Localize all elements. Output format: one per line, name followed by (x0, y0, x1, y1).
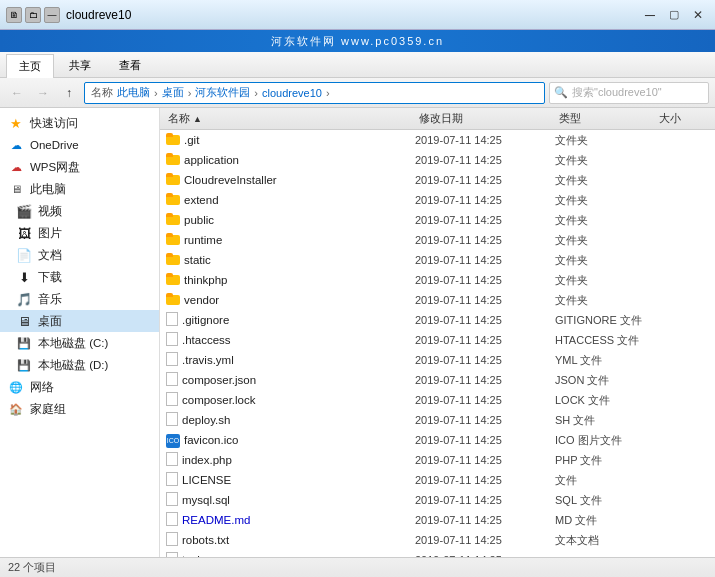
file-name: vendor (184, 294, 219, 306)
sidebar-item-documents[interactable]: 📄 文档 (0, 244, 159, 266)
file-date: 2019-07-11 14:25 (415, 394, 555, 406)
toolbar: ← → ↑ 名称 此电脑 › 桌面 › 河东软件园 › cloudreve10 … (0, 78, 715, 108)
table-row[interactable]: .htaccess2019-07-11 14:25HTACCESS 文件 (160, 330, 715, 350)
file-date: 2019-07-11 14:25 (415, 354, 555, 366)
tab-view[interactable]: 查看 (106, 53, 154, 77)
col-header-name[interactable]: 名称 ▲ (160, 111, 415, 126)
file-date: 2019-07-11 14:25 (415, 434, 555, 446)
table-row[interactable]: task2019-07-11 14:25 (160, 550, 715, 557)
file-date: 2019-07-11 14:25 (415, 474, 555, 486)
file-name: composer.json (182, 374, 256, 386)
table-row[interactable]: static2019-07-11 14:25文件夹 (160, 250, 715, 270)
close-button[interactable]: ✕ (687, 4, 709, 26)
table-row[interactable]: ICOfavicon.ico2019-07-11 14:25ICO 图片文件 (160, 430, 715, 450)
table-row[interactable]: robots.txt2019-07-11 14:25文本文档 (160, 530, 715, 550)
sidebar-item-drive-c[interactable]: 💾 本地磁盘 (C:) (0, 332, 159, 354)
sidebar-label-video: 视频 (38, 204, 62, 219)
address-bar[interactable]: 名称 此电脑 › 桌面 › 河东软件园 › cloudreve10 › (84, 82, 545, 104)
file-type: 文件夹 (555, 273, 655, 288)
table-row[interactable]: index.php2019-07-11 14:25PHP 文件 (160, 450, 715, 470)
sidebar-label-network: 网络 (30, 380, 54, 395)
maximize-button[interactable]: ▢ (663, 4, 685, 26)
drive-c-icon: 💾 (16, 335, 32, 351)
table-row[interactable]: public2019-07-11 14:25文件夹 (160, 210, 715, 230)
watermark-bar: 河东软件网 www.pc0359.cn (0, 30, 715, 52)
back-button[interactable]: ← (6, 82, 28, 104)
folder-icon (166, 173, 180, 187)
crumb-hd[interactable]: 河东软件园 (195, 85, 250, 100)
ribbon-tabs: 主页 共享 查看 (0, 52, 715, 78)
sidebar-item-music[interactable]: 🎵 音乐 (0, 288, 159, 310)
table-row[interactable]: thinkphp2019-07-11 14:25文件夹 (160, 270, 715, 290)
sidebar-item-onedrive[interactable]: ☁ OneDrive (0, 134, 159, 156)
sidebar-label-drive-c: 本地磁盘 (C:) (38, 336, 108, 351)
video-icon: 🎬 (16, 203, 32, 219)
file-icon (166, 372, 178, 388)
sidebar-item-wps[interactable]: ☁ WPS网盘 (0, 156, 159, 178)
table-row[interactable]: vendor2019-07-11 14:25文件夹 (160, 290, 715, 310)
file-date: 2019-07-11 14:25 (415, 314, 555, 326)
file-type: 文件 (555, 473, 655, 488)
table-row[interactable]: mysql.sql2019-07-11 14:25SQL 文件 (160, 490, 715, 510)
sidebar-item-thispc[interactable]: 🖥 此电脑 (0, 178, 159, 200)
sidebar-item-quickaccess[interactable]: ★ 快速访问 (0, 112, 159, 134)
table-row[interactable]: runtime2019-07-11 14:25文件夹 (160, 230, 715, 250)
table-row[interactable]: README.md2019-07-11 14:25MD 文件 (160, 510, 715, 530)
table-row[interactable]: .travis.yml2019-07-11 14:25YML 文件 (160, 350, 715, 370)
col-header-type[interactable]: 类型 (555, 111, 655, 126)
crumb-desktop[interactable]: 桌面 (162, 85, 184, 100)
desktop-icon: 🖥 (16, 313, 32, 329)
col-header-date[interactable]: 修改日期 (415, 111, 555, 126)
sidebar-label-desktop: 桌面 (38, 314, 62, 329)
file-icon (166, 512, 178, 528)
file-name: runtime (184, 234, 222, 246)
tab-share[interactable]: 共享 (56, 53, 104, 77)
table-row[interactable]: .gitignore2019-07-11 14:25GITIGNORE 文件 (160, 310, 715, 330)
file-date: 2019-07-11 14:25 (415, 454, 555, 466)
file-type: 文件夹 (555, 193, 655, 208)
minimize-button[interactable]: ─ (639, 4, 661, 26)
sep-1: › (154, 87, 158, 99)
table-row[interactable]: LICENSE2019-07-11 14:25文件 (160, 470, 715, 490)
table-row[interactable]: extend2019-07-11 14:25文件夹 (160, 190, 715, 210)
forward-button[interactable]: → (32, 82, 54, 104)
file-type: 文件夹 (555, 173, 655, 188)
file-type: LOCK 文件 (555, 393, 655, 408)
sidebar-item-video[interactable]: 🎬 视频 (0, 200, 159, 222)
table-row[interactable]: .git2019-07-11 14:25文件夹 (160, 130, 715, 150)
sidebar-item-downloads[interactable]: ⬇ 下载 (0, 266, 159, 288)
crumb-computer-label[interactable]: 此电脑 (117, 85, 150, 100)
file-name: favicon.ico (184, 434, 238, 446)
file-date: 2019-07-11 14:25 (415, 194, 555, 206)
sidebar-item-desktop[interactable]: 🖥 桌面 (0, 310, 159, 332)
sidebar-item-network[interactable]: 🌐 网络 (0, 376, 159, 398)
file-name: task (182, 554, 203, 557)
star-icon: ★ (8, 115, 24, 131)
col-header-size[interactable]: 大小 (655, 111, 715, 126)
network-icon: 🌐 (8, 379, 24, 395)
file-name: LICENSE (182, 474, 231, 486)
file-name: static (184, 254, 211, 266)
title-bar: 🗎 🗀 — cloudreve10 ─ ▢ ✕ (0, 0, 715, 30)
table-row[interactable]: deploy.sh2019-07-11 14:25SH 文件 (160, 410, 715, 430)
sidebar-item-homegroup[interactable]: 🏠 家庭组 (0, 398, 159, 420)
crumb-cloudreve[interactable]: cloudreve10 (262, 87, 322, 99)
file-type: ICO 图片文件 (555, 433, 655, 448)
music-icon: 🎵 (16, 291, 32, 307)
file-type: 文件夹 (555, 213, 655, 228)
table-row[interactable]: composer.json2019-07-11 14:25JSON 文件 (160, 370, 715, 390)
file-type: YML 文件 (555, 353, 655, 368)
file-date: 2019-07-11 14:25 (415, 174, 555, 186)
file-name: deploy.sh (182, 414, 230, 426)
file-type: 文件夹 (555, 253, 655, 268)
sidebar-item-drive-d[interactable]: 💾 本地磁盘 (D:) (0, 354, 159, 376)
doc-icon: 📄 (16, 247, 32, 263)
tab-home[interactable]: 主页 (6, 54, 54, 78)
up-button[interactable]: ↑ (58, 82, 80, 104)
table-row[interactable]: application2019-07-11 14:25文件夹 (160, 150, 715, 170)
table-row[interactable]: composer.lock2019-07-11 14:25LOCK 文件 (160, 390, 715, 410)
crumb-computer[interactable]: 名称 (91, 85, 113, 100)
file-list-header: 名称 ▲ 修改日期 类型 大小 (160, 108, 715, 130)
sidebar-item-pictures[interactable]: 🖼 图片 (0, 222, 159, 244)
table-row[interactable]: CloudreveInstaller2019-07-11 14:25文件夹 (160, 170, 715, 190)
